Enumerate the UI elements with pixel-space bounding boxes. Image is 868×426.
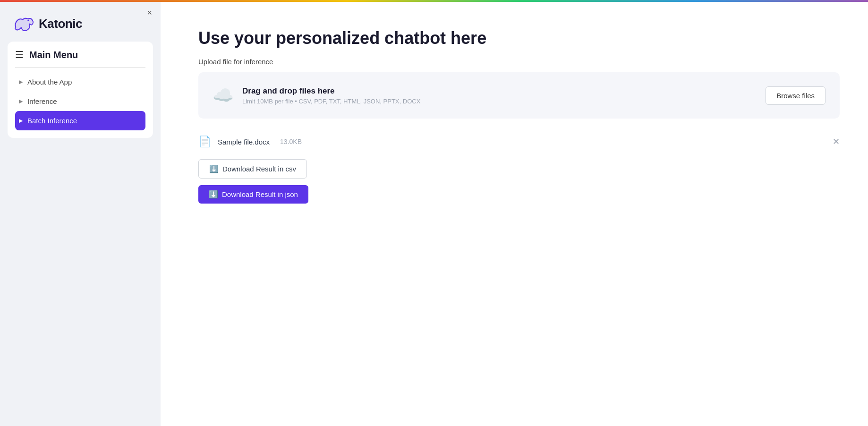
sidebar-item-about-label: About the App — [27, 78, 72, 86]
sidebar: × Katonic ☰ Main Menu ▶ About the App ▶ … — [0, 0, 161, 426]
browse-files-button[interactable]: Browse files — [766, 86, 825, 105]
download-json-button[interactable]: ⬇️ Download Result in json — [198, 185, 308, 204]
svg-point-0 — [27, 20, 29, 21]
upload-drag-subtitle: Limit 10MB per file • CSV, PDF, TXT, HTM… — [242, 98, 420, 105]
sidebar-item-batch-inference[interactable]: ▶ Batch Inference — [15, 111, 145, 130]
main-menu-label: Main Menu — [29, 50, 78, 60]
download-csv-icon: ⬇️ — [209, 164, 219, 173]
file-size: 13.0KB — [280, 138, 302, 145]
chevron-right-icon: ▶ — [19, 98, 23, 104]
sidebar-menu: ☰ Main Menu ▶ About the App ▶ Inference … — [8, 42, 153, 138]
file-item: 📄 Sample file.docx 13.0KB ✕ — [198, 129, 840, 154]
katonic-logo-icon — [11, 15, 34, 32]
download-json-label: Download Result in json — [222, 190, 298, 198]
sidebar-close-button[interactable]: × — [147, 9, 152, 17]
logo-text: Katonic — [39, 17, 82, 31]
page-title: Use your personalized chatbot here — [198, 28, 840, 48]
file-remove-button[interactable]: ✕ — [833, 136, 840, 147]
chevron-right-icon: ▶ — [19, 79, 23, 85]
sidebar-item-about[interactable]: ▶ About the App — [15, 72, 145, 92]
upload-drag-title: Drag and drop files here — [242, 86, 420, 96]
upload-label: Upload file for inference — [198, 58, 840, 66]
upload-zone-left: ☁️ Drag and drop files here Limit 10MB p… — [213, 85, 420, 105]
upload-cloud-icon: ☁️ — [213, 85, 234, 105]
sidebar-item-inference-label: Inference — [27, 97, 57, 105]
menu-icon: ☰ — [15, 49, 24, 60]
file-doc-icon: 📄 — [198, 136, 211, 148]
download-csv-button[interactable]: ⬇️ Download Result in csv — [198, 159, 307, 179]
main-menu-header: ☰ Main Menu — [15, 49, 145, 68]
top-gradient-bar — [0, 0, 868, 2]
download-buttons: ⬇️ Download Result in csv ⬇️ Download Re… — [198, 159, 840, 204]
download-json-icon: ⬇️ — [209, 190, 218, 199]
sidebar-item-inference[interactable]: ▶ Inference — [15, 92, 145, 111]
upload-zone-text: Drag and drop files here Limit 10MB per … — [242, 86, 420, 105]
sidebar-item-batch-label: Batch Inference — [27, 117, 77, 125]
main-content: Use your personalized chatbot here Uploa… — [161, 0, 868, 426]
file-name: Sample file.docx — [218, 138, 270, 146]
sidebar-logo: Katonic — [0, 2, 161, 42]
download-csv-label: Download Result in csv — [222, 165, 296, 173]
chevron-right-icon-active: ▶ — [19, 118, 23, 124]
upload-zone[interactable]: ☁️ Drag and drop files here Limit 10MB p… — [198, 72, 840, 119]
